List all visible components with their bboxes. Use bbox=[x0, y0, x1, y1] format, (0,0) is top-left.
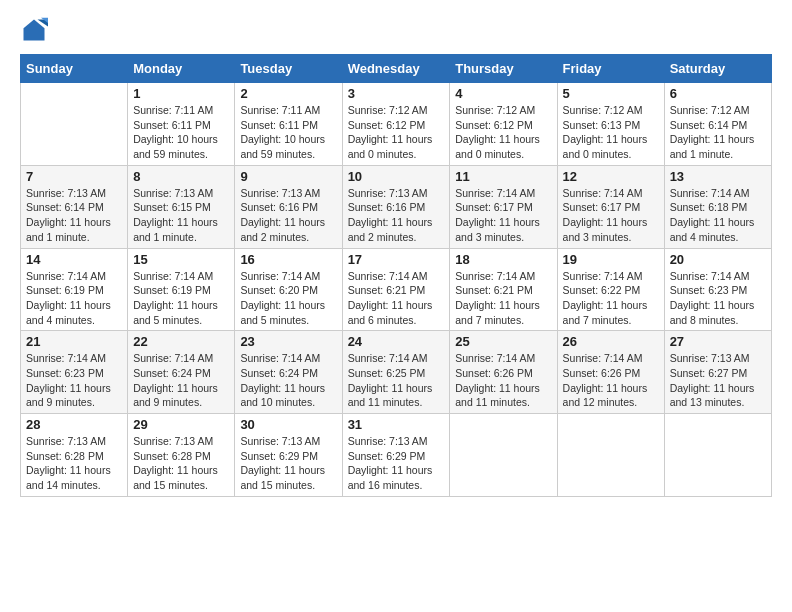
day-info: Sunrise: 7:14 AM Sunset: 6:25 PM Dayligh… bbox=[348, 351, 445, 410]
week-row-4: 21Sunrise: 7:14 AM Sunset: 6:23 PM Dayli… bbox=[21, 331, 772, 414]
day-number: 1 bbox=[133, 86, 229, 101]
calendar-cell: 20Sunrise: 7:14 AM Sunset: 6:23 PM Dayli… bbox=[664, 248, 771, 331]
day-number: 30 bbox=[240, 417, 336, 432]
calendar-cell: 23Sunrise: 7:14 AM Sunset: 6:24 PM Dayli… bbox=[235, 331, 342, 414]
calendar-cell: 31Sunrise: 7:13 AM Sunset: 6:29 PM Dayli… bbox=[342, 414, 450, 497]
day-info: Sunrise: 7:13 AM Sunset: 6:27 PM Dayligh… bbox=[670, 351, 766, 410]
day-number: 25 bbox=[455, 334, 551, 349]
calendar-cell: 6Sunrise: 7:12 AM Sunset: 6:14 PM Daylig… bbox=[664, 83, 771, 166]
calendar-cell: 19Sunrise: 7:14 AM Sunset: 6:22 PM Dayli… bbox=[557, 248, 664, 331]
svg-marker-0 bbox=[24, 20, 45, 41]
calendar-cell: 9Sunrise: 7:13 AM Sunset: 6:16 PM Daylig… bbox=[235, 165, 342, 248]
day-number: 16 bbox=[240, 252, 336, 267]
logo-icon bbox=[20, 16, 48, 44]
calendar-cell: 28Sunrise: 7:13 AM Sunset: 6:28 PM Dayli… bbox=[21, 414, 128, 497]
calendar-cell: 17Sunrise: 7:14 AM Sunset: 6:21 PM Dayli… bbox=[342, 248, 450, 331]
logo bbox=[20, 16, 52, 44]
day-number: 21 bbox=[26, 334, 122, 349]
day-number: 23 bbox=[240, 334, 336, 349]
day-number: 18 bbox=[455, 252, 551, 267]
day-info: Sunrise: 7:14 AM Sunset: 6:21 PM Dayligh… bbox=[455, 269, 551, 328]
calendar-cell: 2Sunrise: 7:11 AM Sunset: 6:11 PM Daylig… bbox=[235, 83, 342, 166]
calendar-cell: 4Sunrise: 7:12 AM Sunset: 6:12 PM Daylig… bbox=[450, 83, 557, 166]
day-number: 20 bbox=[670, 252, 766, 267]
day-number: 2 bbox=[240, 86, 336, 101]
day-number: 9 bbox=[240, 169, 336, 184]
day-info: Sunrise: 7:14 AM Sunset: 6:19 PM Dayligh… bbox=[133, 269, 229, 328]
day-info: Sunrise: 7:13 AM Sunset: 6:29 PM Dayligh… bbox=[240, 434, 336, 493]
day-number: 26 bbox=[563, 334, 659, 349]
day-info: Sunrise: 7:11 AM Sunset: 6:11 PM Dayligh… bbox=[240, 103, 336, 162]
day-info: Sunrise: 7:13 AM Sunset: 6:16 PM Dayligh… bbox=[348, 186, 445, 245]
day-number: 19 bbox=[563, 252, 659, 267]
calendar-cell: 13Sunrise: 7:14 AM Sunset: 6:18 PM Dayli… bbox=[664, 165, 771, 248]
header bbox=[20, 16, 772, 44]
calendar-cell: 22Sunrise: 7:14 AM Sunset: 6:24 PM Dayli… bbox=[128, 331, 235, 414]
day-info: Sunrise: 7:12 AM Sunset: 6:12 PM Dayligh… bbox=[455, 103, 551, 162]
day-number: 11 bbox=[455, 169, 551, 184]
calendar-cell bbox=[664, 414, 771, 497]
calendar-cell bbox=[450, 414, 557, 497]
calendar-cell: 18Sunrise: 7:14 AM Sunset: 6:21 PM Dayli… bbox=[450, 248, 557, 331]
day-number: 17 bbox=[348, 252, 445, 267]
day-number: 3 bbox=[348, 86, 445, 101]
day-info: Sunrise: 7:13 AM Sunset: 6:29 PM Dayligh… bbox=[348, 434, 445, 493]
day-number: 31 bbox=[348, 417, 445, 432]
day-number: 7 bbox=[26, 169, 122, 184]
calendar-cell: 15Sunrise: 7:14 AM Sunset: 6:19 PM Dayli… bbox=[128, 248, 235, 331]
day-number: 8 bbox=[133, 169, 229, 184]
week-row-2: 7Sunrise: 7:13 AM Sunset: 6:14 PM Daylig… bbox=[21, 165, 772, 248]
week-row-3: 14Sunrise: 7:14 AM Sunset: 6:19 PM Dayli… bbox=[21, 248, 772, 331]
day-info: Sunrise: 7:14 AM Sunset: 6:17 PM Dayligh… bbox=[455, 186, 551, 245]
weekday-header-friday: Friday bbox=[557, 55, 664, 83]
day-number: 4 bbox=[455, 86, 551, 101]
day-info: Sunrise: 7:14 AM Sunset: 6:17 PM Dayligh… bbox=[563, 186, 659, 245]
page: SundayMondayTuesdayWednesdayThursdayFrid… bbox=[0, 0, 792, 612]
day-info: Sunrise: 7:12 AM Sunset: 6:12 PM Dayligh… bbox=[348, 103, 445, 162]
day-number: 12 bbox=[563, 169, 659, 184]
day-number: 27 bbox=[670, 334, 766, 349]
calendar-cell: 16Sunrise: 7:14 AM Sunset: 6:20 PM Dayli… bbox=[235, 248, 342, 331]
weekday-header-tuesday: Tuesday bbox=[235, 55, 342, 83]
day-info: Sunrise: 7:14 AM Sunset: 6:21 PM Dayligh… bbox=[348, 269, 445, 328]
calendar-cell: 3Sunrise: 7:12 AM Sunset: 6:12 PM Daylig… bbox=[342, 83, 450, 166]
calendar-cell: 26Sunrise: 7:14 AM Sunset: 6:26 PM Dayli… bbox=[557, 331, 664, 414]
weekday-header-sunday: Sunday bbox=[21, 55, 128, 83]
day-number: 10 bbox=[348, 169, 445, 184]
day-number: 22 bbox=[133, 334, 229, 349]
day-number: 29 bbox=[133, 417, 229, 432]
calendar-cell: 21Sunrise: 7:14 AM Sunset: 6:23 PM Dayli… bbox=[21, 331, 128, 414]
day-info: Sunrise: 7:14 AM Sunset: 6:24 PM Dayligh… bbox=[240, 351, 336, 410]
weekday-header-saturday: Saturday bbox=[664, 55, 771, 83]
week-row-1: 1Sunrise: 7:11 AM Sunset: 6:11 PM Daylig… bbox=[21, 83, 772, 166]
calendar-cell: 12Sunrise: 7:14 AM Sunset: 6:17 PM Dayli… bbox=[557, 165, 664, 248]
day-number: 13 bbox=[670, 169, 766, 184]
day-info: Sunrise: 7:13 AM Sunset: 6:28 PM Dayligh… bbox=[26, 434, 122, 493]
calendar-cell: 27Sunrise: 7:13 AM Sunset: 6:27 PM Dayli… bbox=[664, 331, 771, 414]
calendar-cell: 8Sunrise: 7:13 AM Sunset: 6:15 PM Daylig… bbox=[128, 165, 235, 248]
calendar-cell: 24Sunrise: 7:14 AM Sunset: 6:25 PM Dayli… bbox=[342, 331, 450, 414]
day-info: Sunrise: 7:11 AM Sunset: 6:11 PM Dayligh… bbox=[133, 103, 229, 162]
day-info: Sunrise: 7:14 AM Sunset: 6:20 PM Dayligh… bbox=[240, 269, 336, 328]
weekday-header-thursday: Thursday bbox=[450, 55, 557, 83]
calendar-cell: 11Sunrise: 7:14 AM Sunset: 6:17 PM Dayli… bbox=[450, 165, 557, 248]
calendar-cell: 10Sunrise: 7:13 AM Sunset: 6:16 PM Dayli… bbox=[342, 165, 450, 248]
day-info: Sunrise: 7:14 AM Sunset: 6:18 PM Dayligh… bbox=[670, 186, 766, 245]
weekday-header-monday: Monday bbox=[128, 55, 235, 83]
calendar-cell bbox=[21, 83, 128, 166]
calendar-cell: 14Sunrise: 7:14 AM Sunset: 6:19 PM Dayli… bbox=[21, 248, 128, 331]
week-row-5: 28Sunrise: 7:13 AM Sunset: 6:28 PM Dayli… bbox=[21, 414, 772, 497]
day-info: Sunrise: 7:14 AM Sunset: 6:24 PM Dayligh… bbox=[133, 351, 229, 410]
weekday-header-row: SundayMondayTuesdayWednesdayThursdayFrid… bbox=[21, 55, 772, 83]
day-info: Sunrise: 7:14 AM Sunset: 6:26 PM Dayligh… bbox=[563, 351, 659, 410]
calendar-cell: 5Sunrise: 7:12 AM Sunset: 6:13 PM Daylig… bbox=[557, 83, 664, 166]
day-info: Sunrise: 7:13 AM Sunset: 6:16 PM Dayligh… bbox=[240, 186, 336, 245]
calendar-cell: 30Sunrise: 7:13 AM Sunset: 6:29 PM Dayli… bbox=[235, 414, 342, 497]
day-number: 14 bbox=[26, 252, 122, 267]
day-info: Sunrise: 7:13 AM Sunset: 6:28 PM Dayligh… bbox=[133, 434, 229, 493]
day-info: Sunrise: 7:13 AM Sunset: 6:14 PM Dayligh… bbox=[26, 186, 122, 245]
calendar-cell bbox=[557, 414, 664, 497]
day-info: Sunrise: 7:14 AM Sunset: 6:23 PM Dayligh… bbox=[26, 351, 122, 410]
calendar-table: SundayMondayTuesdayWednesdayThursdayFrid… bbox=[20, 54, 772, 497]
calendar-cell: 25Sunrise: 7:14 AM Sunset: 6:26 PM Dayli… bbox=[450, 331, 557, 414]
